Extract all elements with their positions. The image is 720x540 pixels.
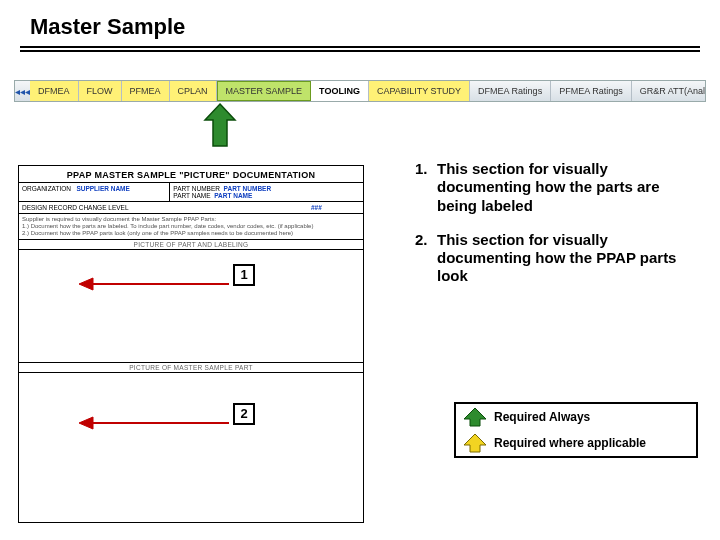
supplier-name: SUPPLIER NAME [76, 185, 129, 192]
svg-marker-5 [464, 408, 486, 426]
part-name: PART NAME [214, 192, 252, 199]
tab-pfmea[interactable]: PFMEA [122, 81, 170, 101]
legend-always-label: Required Always [494, 410, 590, 424]
svg-marker-2 [79, 278, 93, 290]
yellow-arrow-icon [462, 433, 488, 453]
section-body-2: 2 [19, 373, 363, 471]
form-title: PPAP MASTER SAMPLE "PICTURE" DOCUMENTATI… [19, 166, 363, 182]
green-arrow-icon [462, 407, 488, 427]
tab-dfmea-ratings[interactable]: DFMEA Ratings [470, 81, 551, 101]
explanation-list: 1. This section for visually documenting… [415, 160, 700, 302]
tab-cplan[interactable]: CPLAN [170, 81, 217, 101]
instr-line-2: 2.) Document how the PPAP parts look (on… [22, 230, 360, 237]
bullet-2-num: 2. [415, 231, 437, 286]
design-record-label: DESIGN RECORD CHANGE LEVEL [22, 204, 129, 211]
page-title: Master Sample [0, 0, 720, 46]
org-label: ORGANIZATION [22, 185, 71, 192]
bullet-1: 1. This section for visually documenting… [415, 160, 700, 215]
svg-marker-6 [464, 434, 486, 452]
partnum-label: PART NUMBER [173, 185, 220, 192]
bullet-1-num: 1. [415, 160, 437, 215]
bullet-2-text: This section for visually documenting ho… [437, 231, 700, 286]
callout-1: 1 [233, 264, 255, 286]
red-arrow-1-icon [79, 272, 229, 296]
partname-label: PART NAME [173, 192, 210, 199]
tab-pfmea-ratings[interactable]: PFMEA Ratings [551, 81, 632, 101]
instr-line-1: 1.) Document how the parts are labeled. … [22, 223, 360, 230]
rev-value: ### [308, 202, 363, 213]
bullet-2: 2. This section for visually documenting… [415, 231, 700, 286]
tab-master-sample[interactable]: MASTER SAMPLE [217, 81, 312, 101]
title-underline [20, 46, 700, 52]
svg-marker-0 [205, 104, 235, 146]
tab-capability-study[interactable]: CAPABILITY STUDY [369, 81, 470, 101]
legend-applicable-label: Required where applicable [494, 436, 646, 450]
part-number: PART NUMBER [224, 185, 272, 192]
section-body-1: 1 [19, 250, 363, 362]
legend-box: Required Always Required where applicabl… [454, 402, 698, 458]
svg-marker-4 [79, 417, 93, 429]
section-bar-1: PICTURE OF PART AND LABELING [19, 239, 363, 250]
red-arrow-2-icon [79, 411, 229, 435]
tab-grr-att[interactable]: GR&R ATT(Analytic [632, 81, 706, 101]
legend-row-applicable: Required where applicable [456, 430, 696, 456]
tab-dfmea[interactable]: DFMEA [30, 81, 79, 101]
callout-2: 2 [233, 403, 255, 425]
bullet-1-text: This section for visually documenting ho… [437, 160, 700, 215]
tab-scroll-first-icon[interactable]: ◂◂ [15, 86, 25, 97]
instr-line-0: Supplier is required to visually documen… [22, 216, 360, 223]
section-bar-2: PICTURE OF MASTER SAMPLE PART [19, 362, 363, 373]
tab-tooling[interactable]: TOOLING [311, 81, 369, 101]
ppap-form: PPAP MASTER SAMPLE "PICTURE" DOCUMENTATI… [18, 165, 364, 523]
worksheet-tab-bar: ◂◂ ◂ DFMEA FLOW PFMEA CPLAN MASTER SAMPL… [14, 80, 706, 102]
form-instructions: Supplier is required to visually documen… [19, 213, 363, 239]
tab-flow[interactable]: FLOW [79, 81, 122, 101]
legend-row-always: Required Always [456, 404, 696, 430]
